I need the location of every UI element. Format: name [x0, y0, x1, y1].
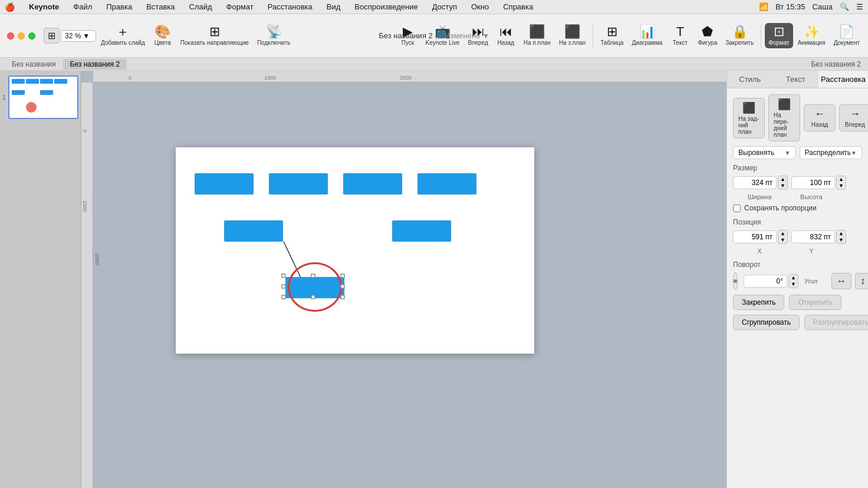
- menu-play[interactable]: Воспроизведение: [352, 2, 420, 11]
- thumb-row-3: [12, 102, 75, 113]
- menu-access[interactable]: Доступ: [430, 2, 459, 11]
- canvas-area[interactable]: 0 1000 2000 0 1000: [81, 71, 726, 488]
- slide-1-container: 1: [2, 75, 78, 119]
- distribute-dropdown[interactable]: Распределить ▼: [800, 146, 863, 159]
- datetime: Вт 15:35: [775, 2, 805, 11]
- y-down-button[interactable]: ▼: [837, 237, 846, 243]
- rect-3[interactable]: [343, 173, 402, 194]
- table-button[interactable]: ⊞ Таблица: [597, 23, 627, 48]
- y-up-button[interactable]: ▲: [837, 230, 846, 237]
- rect-1[interactable]: [195, 173, 254, 194]
- tab-text[interactable]: Текст: [772, 71, 818, 88]
- menu-slide[interactable]: Слайд: [187, 2, 215, 11]
- x-stepper[interactable]: ▲ ▼: [778, 230, 788, 244]
- width-stepper[interactable]: ▲ ▼: [778, 176, 788, 190]
- height-up-button[interactable]: ▲: [837, 176, 846, 183]
- angle-stepper[interactable]: ▲ ▼: [788, 274, 798, 288]
- minimize-button[interactable]: [18, 32, 25, 39]
- handle-tr[interactable]: [341, 274, 345, 278]
- keynote-live-label: Keynote Live: [426, 39, 460, 46]
- y-input[interactable]: [791, 230, 835, 243]
- back-icon: ⏮: [499, 25, 512, 38]
- add-slide-button[interactable]: ＋ Добавить слайд: [97, 23, 149, 48]
- keep-ratio-checkbox[interactable]: [733, 205, 741, 212]
- rect-6[interactable]: [392, 220, 451, 242]
- tab-current[interactable]: Без названия 2: [63, 59, 127, 70]
- front-layer-label: На пере-дний план: [774, 112, 795, 138]
- menu-window[interactable]: Окно: [469, 2, 491, 11]
- scale-selector[interactable]: 32 % ▼: [61, 30, 96, 42]
- height-input[interactable]: [791, 176, 835, 189]
- mirror-vertical-button[interactable]: ↕: [855, 273, 868, 289]
- move-back-button[interactable]: ← Назад: [804, 104, 836, 131]
- guides-button[interactable]: ⊞ Показать направляющие: [177, 23, 252, 48]
- handle-tm[interactable]: [311, 274, 315, 278]
- width-up-button[interactable]: ▲: [778, 176, 787, 183]
- apple-menu[interactable]: 🍎: [5, 2, 15, 12]
- width-input[interactable]: [733, 176, 777, 189]
- handle-bl[interactable]: [282, 295, 286, 299]
- mirror-horizontal-button[interactable]: ↔: [831, 273, 851, 289]
- angle-up-button[interactable]: ▲: [789, 275, 798, 281]
- front-plan-button[interactable]: ⬛ На п.план: [520, 23, 554, 48]
- back-layer-button[interactable]: ⬛ На зад-ний план: [733, 98, 765, 139]
- format-button[interactable]: ⊡ Формат: [765, 23, 793, 48]
- x-up-button[interactable]: ▲: [778, 230, 787, 237]
- handle-ml[interactable]: [282, 285, 286, 289]
- tab-arrange[interactable]: Расстановка: [818, 71, 868, 88]
- menu-help[interactable]: Справка: [501, 2, 535, 11]
- rect-4[interactable]: [417, 173, 476, 194]
- thumb-rect-6: [40, 90, 53, 95]
- figure-button[interactable]: ⬟ Фигура: [694, 23, 721, 48]
- lock-action-button[interactable]: Закрепить: [733, 295, 784, 310]
- handle-tl[interactable]: [282, 274, 286, 278]
- search-icon[interactable]: 🔍: [840, 2, 849, 11]
- text-button[interactable]: T Текст: [667, 23, 693, 48]
- lock-label: Закрепить: [725, 39, 754, 46]
- menu-format[interactable]: Формат: [224, 2, 256, 11]
- menu-view[interactable]: Вид: [324, 2, 343, 11]
- slide-thumbnail-1[interactable]: [8, 75, 78, 119]
- menu-edit[interactable]: Правка: [104, 2, 134, 11]
- height-stepper[interactable]: ▲ ▼: [836, 176, 846, 190]
- colors-button[interactable]: 🎨 Цвета: [150, 23, 176, 48]
- angle-input[interactable]: [744, 275, 787, 288]
- toolbar-left: ⊞ 32 % ▼ ＋ Добавить слайд 🎨 Цвета ⊞ Пока…: [5, 23, 294, 48]
- rotation-dial[interactable]: [733, 272, 738, 290]
- x-input[interactable]: [733, 230, 777, 243]
- back-button[interactable]: ⏮ Назад: [493, 23, 519, 48]
- tab-style[interactable]: Стиль: [727, 71, 772, 88]
- document-button[interactable]: 📄 Документ: [830, 23, 863, 48]
- x-down-button[interactable]: ▼: [778, 237, 787, 243]
- menu-keynote[interactable]: Keynote: [27, 2, 61, 11]
- angle-down-button[interactable]: ▼: [789, 281, 798, 288]
- move-forward-button[interactable]: → Вперед: [839, 104, 868, 131]
- connect-button[interactable]: 📡 Подключить: [254, 23, 294, 48]
- ungroup-button[interactable]: Разгруппировать: [804, 315, 868, 330]
- align-dropdown[interactable]: Выровнять ▼: [733, 146, 796, 159]
- unlock-action-button[interactable]: Открепить: [789, 295, 841, 310]
- back-plan-button[interactable]: ⬛ На з.план: [555, 23, 589, 48]
- handle-mr[interactable]: [341, 285, 345, 289]
- width-down-button[interactable]: ▼: [778, 183, 787, 189]
- slide-canvas[interactable]: [176, 147, 534, 354]
- view-toggle-button[interactable]: ⊞: [44, 28, 60, 44]
- tab-unnamed[interactable]: Без названия: [5, 59, 63, 70]
- handle-bm[interactable]: [311, 295, 315, 299]
- handle-br[interactable]: [341, 295, 345, 299]
- menu-insert[interactable]: Вставка: [144, 2, 177, 11]
- menu-arrange[interactable]: Расстановка: [265, 2, 315, 11]
- menu-icon[interactable]: ☰: [856, 2, 863, 11]
- rect-5[interactable]: [224, 220, 283, 242]
- animation-button[interactable]: ✨ Анимация: [794, 23, 829, 48]
- height-down-button[interactable]: ▼: [837, 183, 846, 189]
- front-layer-button[interactable]: ⬛ На пере-дний план: [768, 94, 800, 141]
- lock-button[interactable]: 🔒 Закрепить: [722, 23, 757, 48]
- menu-file[interactable]: Файл: [71, 2, 94, 11]
- maximize-button[interactable]: [28, 32, 35, 39]
- diagram-button[interactable]: 📊 Диаграмма: [628, 23, 666, 48]
- rect-2[interactable]: [269, 173, 328, 194]
- close-button[interactable]: [7, 32, 14, 39]
- y-stepper[interactable]: ▲ ▼: [836, 230, 846, 244]
- group-button[interactable]: Сгруппировать: [733, 315, 800, 330]
